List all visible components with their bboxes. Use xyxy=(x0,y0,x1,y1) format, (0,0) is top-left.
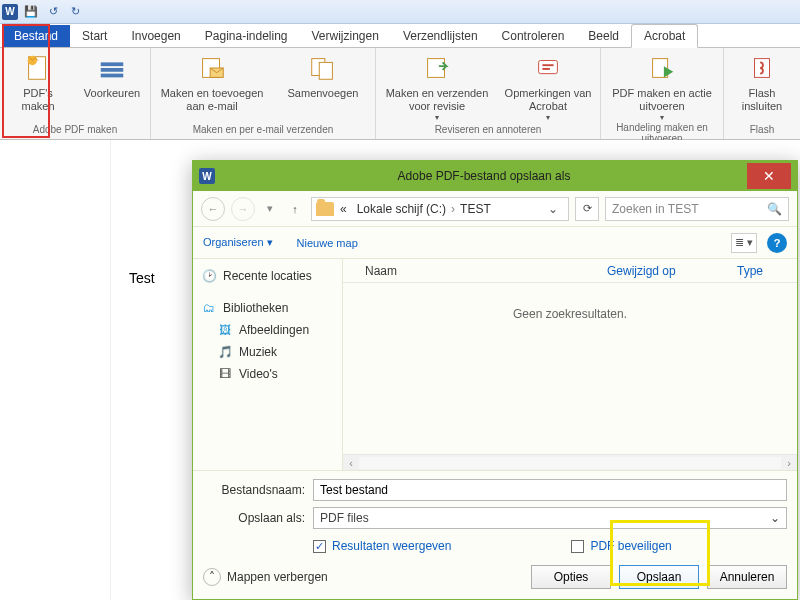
breadcrumb[interactable]: « Lokale schijf (C:) › TEST ⌄ xyxy=(311,197,569,221)
preferences-label: Voorkeuren xyxy=(84,87,140,100)
tree-item-recent[interactable]: 🕑Recente locaties xyxy=(199,265,336,287)
options-button[interactable]: Opties xyxy=(531,565,611,589)
svg-rect-2 xyxy=(101,62,124,66)
mail-merge-button[interactable]: Samenvoegen xyxy=(277,50,369,100)
tree-item-libraries[interactable]: 🗂Bibliotheken xyxy=(199,297,336,319)
mail-merge-icon xyxy=(307,52,339,84)
file-list-columns: Naam Gewijzigd op Type xyxy=(343,259,797,283)
tab-insert[interactable]: Invoegen xyxy=(119,25,192,47)
dropdown-caret-icon: ▾ xyxy=(660,113,664,122)
column-type[interactable]: Type xyxy=(737,264,797,278)
tab-review[interactable]: Controleren xyxy=(490,25,577,47)
create-run-action-button[interactable]: PDF maken en actie uitvoeren ▾ xyxy=(607,50,717,122)
svg-rect-12 xyxy=(542,68,550,70)
tree-item-music[interactable]: 🎵Muziek xyxy=(199,341,336,363)
undo-icon[interactable]: ↺ xyxy=(44,3,62,21)
breadcrumb-seg-folder[interactable]: TEST xyxy=(460,202,491,216)
dropdown-caret-icon: ▾ xyxy=(435,113,439,122)
close-button[interactable]: ✕ xyxy=(747,163,791,189)
filename-label: Bestandsnaam: xyxy=(203,483,313,497)
view-results-checkbox[interactable]: Resultaten weergeven xyxy=(313,539,451,553)
nav-up-button[interactable]: ↑ xyxy=(285,199,305,219)
column-modified[interactable]: Gewijzigd op xyxy=(607,264,737,278)
hide-folders-toggle[interactable]: ˄ Mappen verbergen xyxy=(203,568,328,586)
quick-access-toolbar: W 💾 ↺ ↻ xyxy=(0,0,800,24)
cancel-button[interactable]: Annuleren xyxy=(707,565,787,589)
svg-rect-11 xyxy=(542,64,553,66)
scroll-left-icon[interactable]: ‹ xyxy=(343,457,359,469)
tab-view[interactable]: Beeld xyxy=(576,25,631,47)
checkbox-checked-icon xyxy=(313,540,326,553)
ribbon-group-label: Adobe PDF maken xyxy=(6,124,144,137)
breadcrumb-prefix: « xyxy=(340,202,347,216)
videos-icon: 🎞 xyxy=(217,366,233,382)
nav-forward-button[interactable]: → xyxy=(231,197,255,221)
create-attach-email-icon xyxy=(196,52,228,84)
svg-marker-14 xyxy=(664,66,673,77)
new-folder-button[interactable]: Nieuwe map xyxy=(297,237,358,249)
acrobat-comments-label: Opmerkingen van Acrobat xyxy=(502,87,594,112)
organize-menu[interactable]: Organiseren ▾ xyxy=(203,236,273,249)
acrobat-comments-button[interactable]: Opmerkingen van Acrobat ▾ xyxy=(502,50,594,122)
ribbon-tabs: Bestand Start Invoegen Pagina-indeling V… xyxy=(0,24,800,48)
file-list-empty-text: Geen zoekresultaten. xyxy=(343,283,797,454)
create-attach-email-button[interactable]: Maken en toevoegen aan e-mail xyxy=(157,50,267,112)
refresh-button[interactable]: ⟳ xyxy=(575,197,599,221)
dialog-title: Adobe PDF-bestand opslaan als xyxy=(221,169,747,183)
preferences-icon xyxy=(96,52,128,84)
help-button[interactable]: ? xyxy=(767,233,787,253)
tab-mailings[interactable]: Verzendlijsten xyxy=(391,25,490,47)
save-button[interactable]: Opslaan xyxy=(619,565,699,589)
ribbon-group-label: Maken en per e-mail verzenden xyxy=(157,124,369,137)
tab-references[interactable]: Verwijzingen xyxy=(300,25,391,47)
horizontal-scrollbar[interactable]: ‹ › xyxy=(343,454,797,470)
search-input[interactable]: Zoeken in TEST 🔍 xyxy=(605,197,789,221)
ribbon-group-adobe-pdf-maken: PDF's maken Voorkeuren Adobe PDF maken xyxy=(0,48,151,139)
tab-acrobat[interactable]: Acrobat xyxy=(631,24,698,48)
scroll-right-icon[interactable]: › xyxy=(781,457,797,469)
create-pdf-button[interactable]: PDF's maken xyxy=(6,50,70,112)
ribbon: PDF's maken Voorkeuren Adobe PDF maken M… xyxy=(0,48,800,140)
column-name[interactable]: Naam xyxy=(365,264,607,278)
breadcrumb-seg-drive[interactable]: Lokale schijf (C:) xyxy=(357,202,446,216)
tree-item-videos[interactable]: 🎞Video's xyxy=(199,363,336,385)
svg-rect-8 xyxy=(319,62,332,79)
save-form: Bestandsnaam: Opslaan als: PDF files ⌄ xyxy=(193,471,797,533)
search-placeholder: Zoeken in TEST xyxy=(612,202,698,216)
folder-icon xyxy=(316,202,334,216)
send-for-review-label: Maken en verzenden voor revisie xyxy=(382,87,492,112)
view-options-button[interactable]: ≣ ▾ xyxy=(731,233,757,253)
embed-flash-label: Flash insluiten xyxy=(730,87,794,112)
word-logo-icon: W xyxy=(2,4,18,20)
tab-layout[interactable]: Pagina-indeling xyxy=(193,25,300,47)
svg-rect-3 xyxy=(101,68,124,72)
recent-dropdown-caret-icon[interactable]: ▾ xyxy=(261,200,279,218)
send-for-review-button[interactable]: Maken en verzenden voor revisie ▾ xyxy=(382,50,492,122)
search-icon: 🔍 xyxy=(767,202,782,216)
dropdown-caret-icon: ▾ xyxy=(546,113,550,122)
svg-rect-9 xyxy=(428,59,445,78)
dialog-nav-row: ← → ▾ ↑ « Lokale schijf (C:) › TEST ⌄ ⟳ … xyxy=(193,191,797,227)
svg-rect-4 xyxy=(101,74,124,78)
redo-icon[interactable]: ↻ xyxy=(66,3,84,21)
checkbox-icon xyxy=(571,540,584,553)
nav-back-button[interactable]: ← xyxy=(201,197,225,221)
create-attach-email-label: Maken en toevoegen aan e-mail xyxy=(157,87,267,112)
create-pdf-label: PDF's maken xyxy=(6,87,70,112)
preferences-button[interactable]: Voorkeuren xyxy=(80,50,144,100)
save-icon[interactable]: 💾 xyxy=(22,3,40,21)
saveas-label: Opslaan als: xyxy=(203,511,313,525)
dialog-toolbar: Organiseren ▾ Nieuwe map ≣ ▾ ? xyxy=(193,227,797,259)
embed-flash-button[interactable]: Flash insluiten xyxy=(730,50,794,112)
breadcrumb-dropdown-icon[interactable]: ⌄ xyxy=(542,202,564,216)
saveas-type-select[interactable]: PDF files ⌄ xyxy=(313,507,787,529)
filename-input[interactable] xyxy=(313,479,787,501)
tree-item-pictures[interactable]: 🖼Afbeeldingen xyxy=(199,319,336,341)
mail-merge-label: Samenvoegen xyxy=(288,87,359,100)
tab-file[interactable]: Bestand xyxy=(2,25,70,47)
acrobat-comments-icon xyxy=(532,52,564,84)
dialog-titlebar: W Adobe PDF-bestand opslaan als ✕ xyxy=(193,161,797,191)
music-icon: 🎵 xyxy=(217,344,233,360)
tab-home[interactable]: Start xyxy=(70,25,119,47)
protect-pdf-checkbox[interactable]: PDF beveiligen xyxy=(571,539,671,553)
